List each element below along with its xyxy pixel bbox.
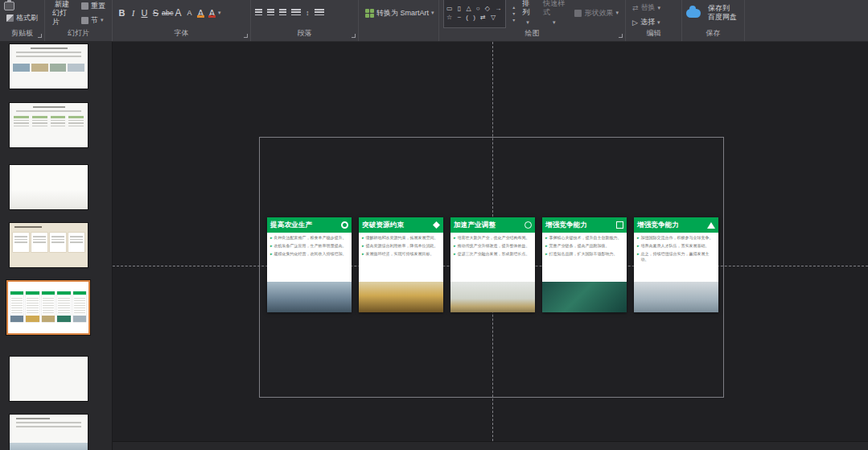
- bullet-text: 缓解耕地和水资源约束，拓展发展空间。: [366, 235, 438, 241]
- thumb-card: [68, 233, 84, 252]
- slide-thumbnail-panel: [0, 42, 113, 450]
- highlight-color-button[interactable]: A: [195, 8, 206, 18]
- bullet-text: 培养高素质人才队伍，夯实发展基础。: [641, 243, 710, 249]
- columns-icon[interactable]: [315, 9, 324, 17]
- replace-label: 替换: [641, 2, 656, 13]
- bullet-arrow-icon: ▸: [454, 235, 456, 241]
- slide-thumbnail-6[interactable]: [10, 357, 88, 401]
- gallery-down-icon[interactable]: ▾: [512, 10, 515, 16]
- content-card-2[interactable]: 突破资源约束 ▸缓解耕地和水资源约束，拓展发展空间。 ▸提高资源综合利用效率，降…: [359, 217, 443, 312]
- card-header: 增强竞争能力: [634, 217, 718, 233]
- shapes-gallery[interactable]: ▭ ▯ △ ○ ◇ → ☆ ~ ( ) ⇄ ▽: [443, 0, 506, 28]
- competitiveness-icon-2: [707, 222, 715, 229]
- ribbon-filler: [745, 0, 868, 41]
- ribbon-group-save: 保存到 百度网盘 保存: [682, 0, 745, 41]
- clipboard-expander-icon[interactable]: [38, 34, 42, 38]
- save-group-label: 保存: [682, 28, 744, 39]
- ribbon: 格式刷 剪贴板 新建 幻灯片 重置 节 ▾ 幻灯片: [0, 0, 868, 42]
- thumb-card: [31, 233, 47, 252]
- shapes-row-2[interactable]: ☆ ~ ( ) ⇄ ▽: [446, 14, 503, 21]
- slide-thumbnail-7[interactable]: [10, 415, 88, 450]
- arrange-button[interactable]: 排列 ▾: [520, 0, 536, 27]
- thumb-column: [31, 116, 48, 127]
- thumb-preview-line: [16, 426, 81, 427]
- shapes-row-1[interactable]: ▭ ▯ △ ○ ◇ →: [446, 5, 503, 12]
- smartart-dropdown-icon: ▾: [431, 10, 434, 16]
- select-label: 选择: [640, 17, 655, 27]
- align-center-icon[interactable]: [267, 9, 274, 17]
- gallery-up-icon[interactable]: ▴: [512, 4, 515, 10]
- replace-button[interactable]: ⇄ 替换 ▾: [630, 2, 663, 14]
- bullet-text: 良种良法配套推广，粮食单产稳步提升。: [274, 235, 347, 241]
- font-group-label: 字体: [113, 28, 250, 39]
- slide-thumbnail-2[interactable]: [10, 103, 88, 147]
- select-dropdown-icon: ▾: [657, 19, 660, 26]
- thumb-mini-card: [10, 291, 23, 322]
- bullet-arrow-icon: ▸: [270, 235, 273, 241]
- bullet-arrow-icon: ▸: [637, 243, 640, 249]
- slide-thumbnail-5-selected[interactable]: [6, 280, 90, 335]
- thumb-card: [50, 233, 66, 252]
- justify-icon[interactable]: [291, 9, 301, 17]
- content-card-5[interactable]: 增强竞争能力 ▸加强国际交流合作，积极参与全球竞争。 ▸培养高素质人才队伍，夯实…: [634, 217, 718, 312]
- slide-thumbnail-3[interactable]: [10, 165, 88, 209]
- save-to-baidu-button[interactable]: 保存到 百度网盘: [705, 2, 740, 23]
- smartart-label: 转换为 SmartArt: [376, 8, 429, 19]
- section-icon: [81, 17, 88, 24]
- align-left-icon[interactable]: [255, 9, 262, 17]
- card-title: 加速产业调整: [454, 221, 496, 230]
- ribbon-group-font: B I U S abc A A A A ▾ 字体: [113, 0, 251, 41]
- card-title: 增强竞争能力: [545, 221, 587, 230]
- shrink-font-button[interactable]: A: [184, 9, 195, 17]
- quick-styles-button[interactable]: 快速样式 ▾: [541, 0, 568, 27]
- paragraph-expander-icon[interactable]: [352, 34, 356, 38]
- gallery-more-icon[interactable]: ▾: [512, 17, 515, 23]
- slide-thumbnail-1[interactable]: [10, 44, 88, 89]
- shape-effects-button[interactable]: 形状效果 ▾: [572, 7, 621, 19]
- paste-icon[interactable]: [4, 2, 14, 10]
- underline-button[interactable]: U: [139, 8, 150, 18]
- thumb-mini-card: [26, 291, 39, 322]
- section-button[interactable]: 节 ▾: [79, 14, 108, 27]
- card-photo-windfarm: [450, 282, 535, 312]
- clear-format-button[interactable]: abc: [162, 9, 172, 17]
- thumb-preview-line: [33, 106, 65, 108]
- grow-font-button[interactable]: A: [173, 7, 183, 19]
- bold-button[interactable]: B: [117, 8, 127, 18]
- italic-button[interactable]: I: [128, 8, 138, 18]
- bullet-text: 发展循环经济，实现可持续发展目标。: [366, 251, 434, 257]
- new-slide-button[interactable]: 新建 幻灯片: [49, 0, 75, 28]
- slide-thumbnail-4[interactable]: [10, 223, 88, 267]
- drawing-group-label: 绘图: [439, 28, 625, 39]
- bullet-arrow-icon: ▸: [637, 235, 640, 241]
- reset-slide-button[interactable]: 重置: [79, 0, 108, 12]
- card-title: 增强竞争能力: [637, 221, 679, 230]
- content-card-3[interactable]: 加速产业调整 ▸培育壮大新兴产业，优化产业结构布局。 ▸推动传统产业升级改造，提…: [450, 217, 535, 312]
- card-photo-circuit: [542, 282, 627, 312]
- bullet-arrow-icon: ▸: [545, 235, 548, 241]
- select-button[interactable]: ▷ 选择 ▾: [630, 16, 662, 28]
- card-header: 提高农业生产: [267, 217, 352, 233]
- content-card-1[interactable]: 提高农业生产 ▸良种良法配套推广，粮食单产稳步提升。 ▸农机装备广泛应用，生产效…: [267, 217, 352, 312]
- thumb-column: [68, 116, 84, 127]
- font-color-dropdown-icon[interactable]: ▾: [218, 10, 221, 16]
- convert-smartart-button[interactable]: 转换为 SmartArt ▾: [363, 7, 437, 19]
- drawing-expander-icon[interactable]: [619, 34, 623, 38]
- format-painter-button[interactable]: 格式刷: [4, 12, 40, 24]
- thumb-column: [13, 116, 30, 127]
- shapes-gallery-scroll[interactable]: ▴ ▾ ▾: [512, 4, 515, 23]
- align-right-icon[interactable]: [279, 9, 286, 17]
- bullet-arrow-icon: ▸: [270, 251, 273, 257]
- content-card-4[interactable]: 增强竞争能力 ▸掌握核心关键技术，提升自主创新能力。 ▸完善产业链条，提高产品附…: [542, 217, 627, 312]
- font-expander-icon[interactable]: [244, 34, 248, 38]
- slide-canvas[interactable]: 提高农业生产 ▸良种良法配套推广，粮食单产稳步提升。 ▸农机装备广泛应用，生产效…: [113, 42, 868, 441]
- card-photo-wheat: [359, 282, 443, 312]
- strikethrough-button[interactable]: S: [150, 8, 161, 18]
- replace-dropdown-icon: ▾: [658, 5, 661, 11]
- editing-group-label: 编辑: [626, 28, 681, 39]
- save-to-label-1: 保存到: [708, 4, 730, 13]
- line-spacing-icon[interactable]: ↕: [306, 9, 310, 17]
- bullet-arrow-icon: ▸: [270, 243, 273, 249]
- font-color-button[interactable]: A: [207, 8, 217, 18]
- thumb-preview-line: [16, 52, 81, 53]
